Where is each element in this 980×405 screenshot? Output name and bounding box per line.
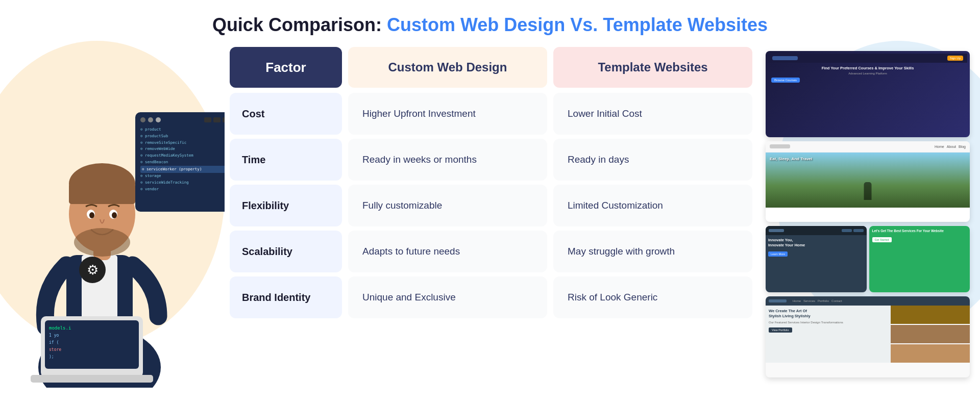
svg-text:store: store xyxy=(49,347,61,352)
template-value-0: Lower Initial Cost xyxy=(568,108,642,119)
custom-value-1: Ready in weeks or months xyxy=(362,154,477,165)
svg-point-10 xyxy=(112,212,117,218)
header-custom-cell: Custom Web Design xyxy=(348,47,547,88)
factor-cell-4: Brand Identity xyxy=(230,276,342,318)
screenshot-travel-site: Home About Blog Eat, Sleep, And Travel xyxy=(766,141,970,222)
svg-rect-19 xyxy=(31,375,153,383)
custom-value-4: Unique and Exclusive xyxy=(362,292,456,303)
title-prefix: Quick Comparison: xyxy=(212,14,387,35)
svg-text:1 yo: 1 yo xyxy=(49,333,59,338)
page-wrapper: models.i 1 yo if ( store ); ⊙ pr xyxy=(0,0,980,405)
header-template-label: Template Websites xyxy=(598,60,707,74)
custom-value-3: Adapts to future needs xyxy=(362,246,460,257)
left-image-container: models.i 1 yo if ( store ); ⊙ pr xyxy=(0,51,225,388)
factor-label-2: Flexibility xyxy=(242,200,289,212)
right-image-container: Sign Up Find Your Preferred Courses & Im… xyxy=(761,46,975,383)
template-cell-1: Ready in days xyxy=(553,139,752,181)
page-title: Quick Comparison: Custom Web Design Vs. … xyxy=(212,14,768,36)
factor-label-1: Time xyxy=(242,154,265,166)
custom-cell-1: Ready in weeks or months xyxy=(348,139,547,181)
factor-cell-0: Cost xyxy=(230,93,342,135)
svg-point-9 xyxy=(89,212,94,218)
title-highlight: Custom Web Design Vs. Template Websites xyxy=(387,14,768,35)
factor-cell-1: Time xyxy=(230,139,342,181)
header-template-cell: Template Websites xyxy=(553,47,752,88)
custom-cell-0: Higher Upfront Investment xyxy=(348,93,547,135)
table-header-row: Factor Custom Web Design Template Websit… xyxy=(230,47,750,88)
factor-cell-3: Scalability xyxy=(230,231,342,272)
gear-icon: ⚙ xyxy=(79,257,106,283)
template-value-2: Limited Customization xyxy=(568,200,663,211)
header-factor-cell: Factor xyxy=(230,47,342,88)
comparison-table: Factor Custom Web Design Template Websit… xyxy=(230,47,750,318)
svg-text:);: ); xyxy=(49,355,54,359)
header-factor-label: Factor xyxy=(265,60,306,75)
template-cell-2: Limited Customization xyxy=(553,185,752,226)
factor-label-4: Brand Identity xyxy=(242,292,310,303)
person-illustration: models.i 1 yo if ( store ); xyxy=(0,61,214,388)
factor-label-3: Scalability xyxy=(242,246,292,258)
template-cell-3: May struggle with growth xyxy=(553,231,752,272)
template-value-4: Risk of Look Generic xyxy=(568,292,657,303)
table-row: Cost Higher Upfront Investment Lower Ini… xyxy=(230,93,750,135)
custom-cell-3: Adapts to future needs xyxy=(348,231,547,272)
code-editor-overlay: ⊙ product ⊙ productSub ⊙ removeSiteSpeci… xyxy=(135,112,225,212)
template-value-1: Ready in days xyxy=(568,154,629,165)
screenshot-interior-site: Home Services Portfolio Contact We Creat… xyxy=(766,296,970,377)
custom-cell-4: Unique and Exclusive xyxy=(348,276,547,318)
svg-text:models.i: models.i xyxy=(49,325,71,331)
table-row: Brand Identity Unique and Exclusive Risk… xyxy=(230,276,750,318)
svg-rect-6 xyxy=(69,184,135,204)
header-custom-label: Custom Web Design xyxy=(388,60,507,74)
screenshot-home-site: Innovate You,Innovate Your Home Learn Mo… xyxy=(766,226,867,292)
custom-value-0: Higher Upfront Investment xyxy=(362,108,476,119)
screenshot-green-site: Let's Get The Best Services For Your Web… xyxy=(869,226,970,292)
template-cell-0: Lower Initial Cost xyxy=(553,93,752,135)
factor-cell-2: Flexibility xyxy=(230,185,342,226)
screenshot-row-3: Innovate You,Innovate Your Home Learn Mo… xyxy=(766,226,970,292)
custom-value-2: Fully customizable xyxy=(362,200,442,211)
table-row: Time Ready in weeks or months Ready in d… xyxy=(230,139,750,181)
screenshot-course-site: Sign Up Find Your Preferred Courses & Im… xyxy=(766,51,970,137)
table-row: Flexibility Fully customizable Limited C… xyxy=(230,185,750,226)
svg-point-11 xyxy=(74,228,130,257)
table-row: Scalability Adapts to future needs May s… xyxy=(230,231,750,272)
svg-text:if (: if ( xyxy=(49,340,59,345)
template-value-3: May struggle with growth xyxy=(568,246,675,257)
table-body: Cost Higher Upfront Investment Lower Ini… xyxy=(230,93,750,318)
factor-label-0: Cost xyxy=(242,108,264,120)
template-cell-4: Risk of Look Generic xyxy=(553,276,752,318)
custom-cell-2: Fully customizable xyxy=(348,185,547,226)
